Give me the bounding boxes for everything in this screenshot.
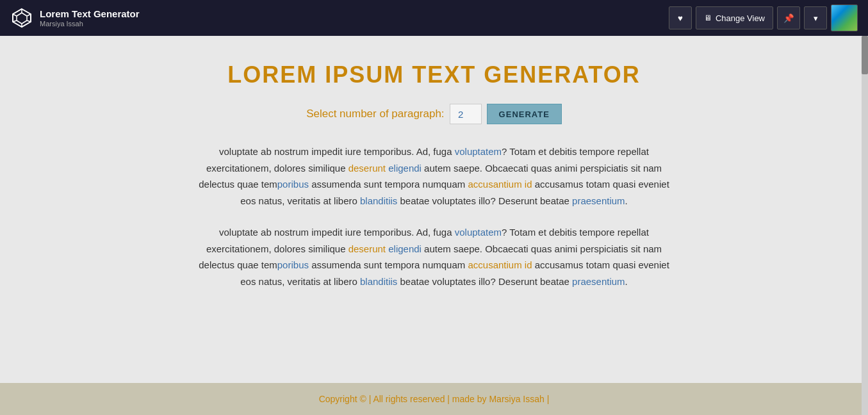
p2-text-8: poribus (277, 259, 309, 270)
brand-text: Lorem Text Generator Marsiya Issah (40, 8, 140, 28)
p1-text-9: assumenda sunt tempora numquam (309, 179, 468, 190)
chevron-down-icon: ▾ (814, 13, 818, 23)
brand: Lorem Text Generator Marsiya Issah (10, 6, 669, 29)
p1-text-4: deserunt (348, 163, 386, 174)
p2-text-6: eligendi (388, 243, 422, 254)
heart-icon: ♥ (678, 13, 683, 23)
svg-marker-1 (17, 13, 27, 24)
lorem-paragraph-1: voluptate ab nostrum impedit iure tempor… (191, 143, 678, 209)
generate-button[interactable]: GENERATE (487, 104, 562, 124)
p1-text-12: blanditiis (360, 195, 397, 206)
p2-text-15: . (625, 276, 628, 287)
p1-text-2: voluptatem (455, 146, 502, 157)
p2-text-13: beatae voluptates illo? Deserunt beatae (397, 276, 572, 287)
lorem-paragraphs: voluptate ab nostrum impedit iure tempor… (191, 143, 678, 289)
navbar-actions: ♥ 🖥 Change View 📌 ▾ (669, 4, 858, 31)
paragraph-label: Select number of paragraph: (306, 108, 444, 120)
paragraph-count-input[interactable] (450, 104, 482, 124)
p2-text-12: blanditiis (360, 276, 397, 287)
footer-text: Copyright © | All rights reserved | made… (319, 394, 550, 404)
p1-text-13: beatae voluptates illo? Deserunt beatae (397, 195, 572, 206)
p2-text-10: accusantium id (468, 259, 532, 270)
p2-text-1: voluptate ab nostrum impedit iure tempor… (219, 227, 455, 238)
p1-text-14: praesentium (572, 195, 625, 206)
footer: Copyright © | All rights reserved | made… (0, 383, 868, 415)
controls-row: Select number of paragraph: GENERATE (306, 104, 562, 124)
lorem-paragraph-2: voluptate ab nostrum impedit iure tempor… (191, 224, 678, 289)
brand-subtitle: Marsiya Issah (40, 20, 140, 28)
avatar (831, 5, 857, 31)
scrollbar-track (862, 36, 868, 415)
p2-text-4: deserunt (348, 243, 386, 254)
pin-button[interactable]: 📌 (777, 6, 800, 29)
p1-text-1: voluptate ab nostrum impedit iure tempor… (219, 146, 455, 157)
p1-text-15: . (625, 195, 628, 206)
main-content: LOREM IPSUM TEXT GENERATOR Select number… (0, 36, 868, 383)
scrollbar-thumb[interactable] (862, 36, 868, 74)
p1-text-8: poribus (277, 179, 309, 190)
pin-icon: 📌 (783, 13, 794, 23)
p2-text-9: assumenda sunt tempora numquam (309, 259, 468, 270)
p2-text-2: voluptatem (455, 227, 502, 238)
brand-logo-icon (10, 6, 33, 29)
dropdown-button[interactable]: ▾ (804, 6, 827, 29)
avatar-button[interactable] (831, 4, 858, 31)
change-view-icon: 🖥 (704, 13, 712, 22)
heart-button[interactable]: ♥ (669, 6, 692, 29)
p1-text-10: accusantium id (468, 179, 532, 190)
brand-title: Lorem Text Generator (40, 8, 140, 20)
change-view-button[interactable]: 🖥 Change View (696, 6, 773, 29)
p2-text-14: praesentium (572, 276, 625, 287)
page-title: LOREM IPSUM TEXT GENERATOR (227, 61, 641, 88)
p1-text-6: eligendi (388, 163, 422, 174)
navbar: Lorem Text Generator Marsiya Issah ♥ 🖥 C… (0, 0, 868, 36)
